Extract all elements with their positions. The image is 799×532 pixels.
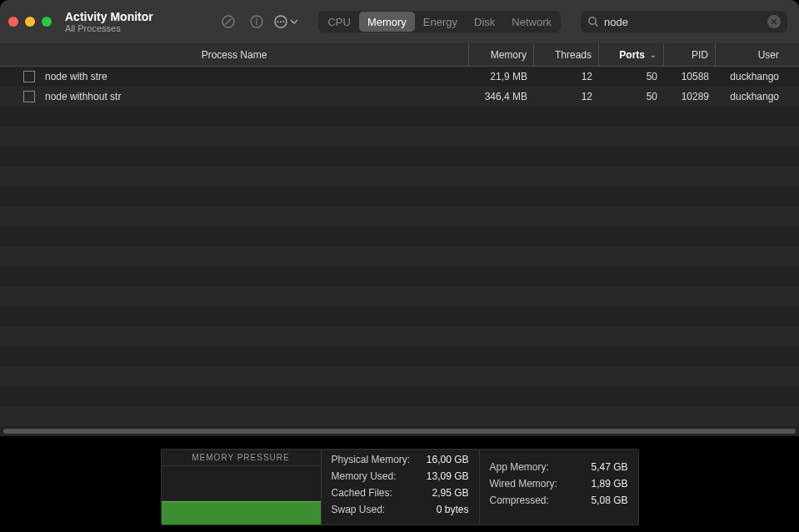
svg-point-3 [256,18,257,20]
traffic-lights [8,17,52,27]
scrollbar-thumb[interactable] [3,429,796,434]
tab-network[interactable]: Network [503,12,560,32]
tab-cpu[interactable]: CPU [319,12,358,32]
stat-label: Physical Memory: [332,454,411,465]
stat-compressed: Compressed: 5,08 GB [480,492,638,509]
cell-ports: 50 [599,91,664,102]
memory-summary-panel: MEMORY PRESSURE Physical Memory: 16,00 G… [161,449,639,525]
table-rows: node with stre 21,9 MB 12 50 10588 duckh… [0,67,799,107]
col-threads[interactable]: Threads [534,43,599,66]
stat-label: Cached Files: [332,487,392,499]
stat-cached-files: Cached Files: 2,95 GB [322,485,479,501]
svg-line-10 [595,23,597,26]
table-row[interactable]: node withhout str 346,4 MB 12 50 10289 d… [0,87,799,107]
col-process-name[interactable]: Process Name [0,43,469,66]
svg-line-1 [226,19,232,25]
tab-bar: CPU Memory Energy Disk Network [318,11,561,32]
stat-label: Compressed: [490,495,549,506]
stat-swap-used: Swap Used: 0 bytes [322,501,479,518]
memory-pressure-label: MEMORY PRESSURE [162,450,321,465]
cell-process-name: node withhout str [45,91,469,102]
svg-point-6 [277,21,279,22]
memory-pressure-fill [162,501,321,525]
memory-stats-left: Physical Memory: 16,00 GB Memory Used: 1… [322,450,480,525]
table-stripes [0,67,799,426]
cell-user: duckhango [716,91,799,102]
cell-threads: 12 [534,71,599,82]
more-icon [273,14,288,29]
options-menu-button[interactable] [273,14,298,29]
search-icon [587,16,599,27]
search-input[interactable] [604,16,762,28]
cell-user: duckhango [716,71,799,82]
col-ports-label: Ports [619,49,645,61]
col-memory[interactable]: Memory [469,43,534,66]
cell-memory: 346,4 MB [469,91,534,102]
process-icon [23,71,35,82]
close-icon [771,18,777,25]
memory-stats-right: App Memory: 5,47 GB Wired Memory: 1,89 G… [480,450,638,525]
col-user[interactable]: User [716,43,799,66]
stat-physical-memory: Physical Memory: 16,00 GB [322,451,479,468]
sort-indicator-icon: ⌄ [650,51,657,59]
cell-ports: 50 [599,71,664,82]
stop-process-button[interactable] [217,10,240,33]
svg-rect-4 [257,21,257,25]
memory-pressure-box: MEMORY PRESSURE [162,450,322,525]
tab-energy[interactable]: Energy [415,12,466,32]
col-ports[interactable]: Ports ⌄ [599,43,664,66]
close-window-button[interactable] [8,17,18,27]
table-row[interactable]: node with stre 21,9 MB 12 50 10588 duckh… [0,67,799,87]
stat-label: Memory Used: [332,470,397,482]
stat-memory-used: Memory Used: 13,09 GB [322,468,479,485]
svg-point-8 [283,21,285,22]
search-field[interactable] [581,11,787,32]
stat-wired-memory: Wired Memory: 1,89 GB [480,475,638,492]
tab-disk[interactable]: Disk [466,12,503,32]
cell-threads: 12 [534,91,599,102]
minimize-window-button[interactable] [25,17,35,27]
horizontal-scrollbar[interactable] [0,426,799,436]
process-table: node with stre 21,9 MB 12 50 10588 duckh… [0,67,799,426]
toolbar: Activity Monitor All Processes CPU Memor… [0,0,799,43]
info-icon [249,14,264,29]
stat-value: 2,95 GB [432,487,468,499]
info-button[interactable] [245,10,268,33]
memory-pressure-chart [162,465,321,525]
search-clear-button[interactable] [767,15,781,28]
app-title: Activity Monitor [65,10,153,23]
cell-pid: 10289 [664,91,716,102]
stat-value: 13,09 GB [427,470,469,482]
title-block: Activity Monitor All Processes [65,10,153,33]
fullscreen-window-button[interactable] [42,17,52,27]
app-subtitle: All Processes [65,23,153,33]
stat-app-memory: App Memory: 5,47 GB [480,451,638,475]
stop-icon [221,14,236,29]
stat-value: 16,00 GB [427,454,469,465]
stat-value: 5,47 GB [591,461,627,473]
cell-pid: 10588 [664,71,716,82]
svg-point-7 [280,21,282,22]
tab-memory[interactable]: Memory [359,12,415,32]
stat-label: Swap Used: [332,504,386,515]
stat-label: Wired Memory: [490,478,557,490]
stat-value: 1,89 GB [591,478,627,490]
process-icon [23,91,35,102]
cell-process-name: node with stre [45,71,469,82]
stat-value: 0 bytes [437,504,469,515]
svg-point-9 [589,17,596,24]
stat-value: 5,08 GB [591,495,627,506]
cell-memory: 21,9 MB [469,71,534,82]
chevron-down-icon [290,17,298,26]
column-headers: Process Name Memory Threads Ports ⌄ PID … [0,43,799,67]
stat-label: App Memory: [490,461,549,473]
col-pid[interactable]: PID [664,43,716,66]
